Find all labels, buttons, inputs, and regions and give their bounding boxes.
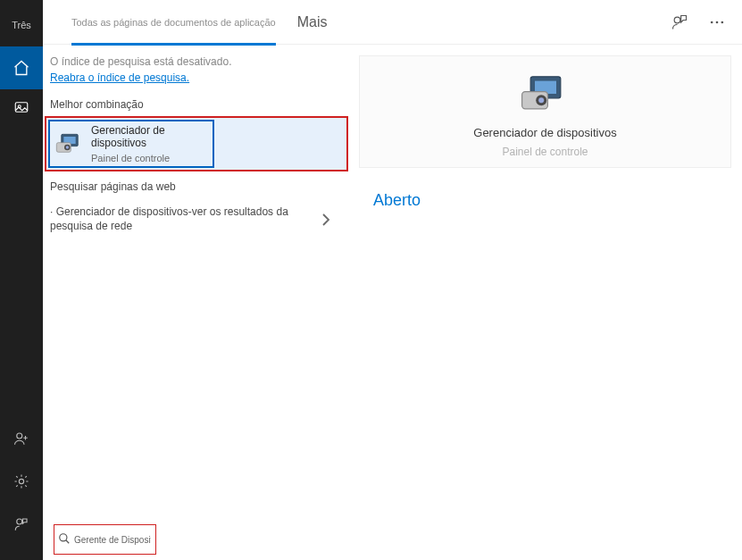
photos-icon [12, 97, 31, 117]
rail-home-highlighted[interactable] [0, 46, 43, 89]
svg-point-2 [17, 433, 22, 439]
svg-point-18 [538, 97, 544, 103]
tab-more-label: Mais [297, 14, 328, 29]
tab-all-label: Todas as páginas de documentos de aplica… [71, 17, 276, 28]
svg-point-4 [17, 519, 22, 524]
web-search-label: Pesquisar páginas da web [43, 171, 348, 198]
open-action-row[interactable]: Aberto [359, 184, 731, 217]
svg-point-8 [721, 21, 724, 23]
svg-point-6 [711, 21, 713, 23]
svg-point-13 [66, 146, 69, 148]
reenable-index-link[interactable]: Reabra o índice de pesquisa. [50, 71, 189, 84]
rail-top-label: Três [12, 20, 31, 30]
open-action-label: Aberto [373, 191, 421, 209]
device-manager-small-icon [55, 130, 84, 158]
svg-point-7 [716, 21, 719, 23]
svg-point-3 [19, 479, 23, 483]
rail-add-user[interactable] [0, 417, 43, 460]
best-match-subtitle: Painel de controle [91, 153, 213, 163]
content-row: O índice de pesquisa está desativado. Re… [43, 45, 742, 560]
best-match-selected: Gerenciador de dispositivos Painel de co… [48, 120, 214, 168]
search-input[interactable] [74, 535, 151, 545]
index-disabled-msg: O índice de pesquisa está desativado. [50, 55, 338, 68]
feedback-person-icon [12, 514, 31, 534]
rail-feedback[interactable] [0, 503, 43, 546]
tab-all[interactable]: Todas as páginas de documentos de aplica… [61, 0, 287, 45]
search-box[interactable] [54, 524, 156, 555]
search-icon [58, 532, 72, 547]
gear-icon [12, 472, 31, 491]
best-match-row[interactable]: Gerenciador de dispositivos Painel de co… [45, 116, 348, 171]
device-manager-large-icon [519, 72, 572, 115]
top-tabs: Todas as páginas de documentos de aplica… [43, 0, 742, 45]
best-match-text: Gerenciador de dispositivos Painel de co… [91, 124, 213, 163]
chevron-right-icon [321, 213, 339, 226]
more-icon[interactable] [708, 13, 726, 31]
rail-settings[interactable] [0, 460, 43, 503]
index-disabled-banner: O índice de pesquisa está desativado. Re… [43, 45, 348, 89]
rail-app-icon-slot[interactable] [0, 89, 43, 125]
web-search-item[interactable]: · Gerenciador de dispositivos-ver os res… [43, 198, 348, 240]
top-right-icons [671, 13, 726, 31]
preview-title: Gerenciador de dispositivos [473, 126, 616, 140]
home-icon [12, 58, 31, 78]
preview-subtitle: Painel de controle [502, 146, 588, 158]
results-column: O índice de pesquisa está desativado. Re… [43, 45, 348, 560]
tab-more[interactable]: Mais [297, 14, 328, 30]
feedback-icon[interactable] [671, 13, 688, 31]
svg-point-19 [60, 534, 67, 541]
best-match-title: Gerenciador de dispositivos [91, 124, 213, 149]
rail-bottom-group [0, 417, 43, 560]
person-add-icon [12, 429, 31, 448]
best-match-label: Melhor combinação [43, 89, 348, 116]
preview-column: Gerenciador de dispositivos Painel de co… [348, 45, 742, 560]
preview-card: Gerenciador de dispositivos Painel de co… [359, 55, 731, 168]
main-area: Todas as páginas de documentos de aplica… [43, 0, 742, 560]
web-search-item-text: · Gerenciador de dispositivos-ver os res… [50, 205, 321, 233]
svg-point-5 [674, 17, 680, 23]
left-rail: Três [0, 0, 43, 560]
